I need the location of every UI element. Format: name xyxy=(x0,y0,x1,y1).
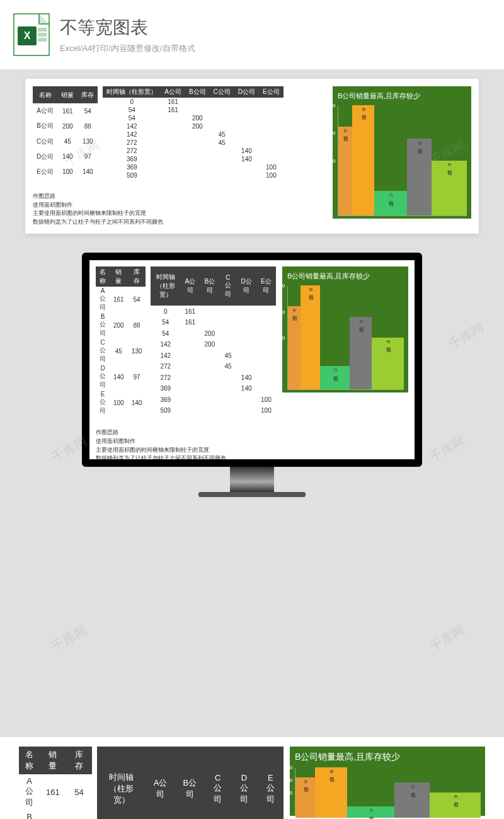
cell xyxy=(200,317,219,328)
cell: 140 xyxy=(234,155,259,163)
cell: 272 xyxy=(151,361,180,372)
cell xyxy=(234,130,259,139)
bar-chart: B公司销量最高,且库存较少 050100150200A公司B公司C公司D公司E公… xyxy=(282,266,408,392)
cell xyxy=(256,317,276,328)
y-tick: 150 xyxy=(284,777,292,783)
cell: 161 xyxy=(40,774,66,810)
table-row: 54161 xyxy=(151,317,276,328)
bar-A公司: A公司 xyxy=(338,127,352,215)
note-line: 数据错列是为了让柱子与柱子之间不同系列不同颜色 xyxy=(33,218,326,226)
summary-table: 名称销量库存A公司16154B公司20088C公司45130D公司14097E公… xyxy=(96,266,146,416)
bar-E公司: E公司 xyxy=(432,161,467,216)
cell: 100 xyxy=(259,163,284,171)
cell: 200 xyxy=(57,118,77,134)
cell: D公司 xyxy=(96,364,110,390)
cell xyxy=(185,147,210,155)
cell: 54 xyxy=(151,328,180,339)
table-row: 14245 xyxy=(151,350,276,361)
table-row: E公司100140 xyxy=(96,390,146,416)
bar-E公司: E公司 xyxy=(372,338,404,390)
cell: 140 xyxy=(77,164,98,180)
cell xyxy=(237,317,256,328)
col-header: 销量 xyxy=(40,747,66,774)
cell xyxy=(185,130,210,139)
cell: 54 xyxy=(151,317,180,328)
cell xyxy=(234,98,259,106)
cell: 369 xyxy=(151,383,180,394)
bar-label: A公司 xyxy=(341,129,348,132)
cell: C公司 xyxy=(96,338,110,364)
bar-label: B公司 xyxy=(328,770,335,773)
svg-rect-5 xyxy=(38,33,47,37)
chart-title: B公司销量最高,且库存较少 xyxy=(338,91,466,101)
col-header: 名称 xyxy=(96,266,110,287)
cell: 161 xyxy=(161,106,185,114)
cell xyxy=(256,350,276,361)
cell: 200 xyxy=(200,328,219,339)
cell xyxy=(200,383,219,394)
table-row: E公司100140 xyxy=(33,164,98,180)
excel-file-icon: X xyxy=(13,13,50,57)
bar-label: D公司 xyxy=(357,319,364,323)
y-tick: 200 xyxy=(284,765,292,770)
y-tick: 200 xyxy=(277,283,285,289)
svg-rect-6 xyxy=(38,38,47,42)
cell: 45 xyxy=(110,338,128,364)
cell xyxy=(237,328,256,339)
cell xyxy=(200,306,219,317)
cell: 45 xyxy=(219,350,236,361)
table-row: 142200 xyxy=(103,122,283,130)
col-header: A公司 xyxy=(180,266,200,306)
cell xyxy=(256,339,276,350)
cell: 100 xyxy=(259,171,284,180)
cell xyxy=(210,163,234,171)
table-row: 272140 xyxy=(103,147,283,155)
cell xyxy=(210,106,234,114)
table-row: 369140 xyxy=(151,383,276,394)
cell: 88 xyxy=(66,810,93,819)
watermark: 千库网 xyxy=(49,622,89,655)
cell xyxy=(259,98,284,106)
detail-table: 时间轴（柱形宽）A公司B公司C公司D公司E公司01615416154200142… xyxy=(103,86,283,180)
y-tick: 100 xyxy=(327,158,335,163)
detail-table: 时间轴（柱形宽）A公司B公司C公司D公司E公司01615416154200 xyxy=(97,747,284,819)
cell: E公司 xyxy=(96,390,110,416)
cell: 45 xyxy=(57,134,77,149)
bar-chart: B公司销量最高,且库存较少 050100150200A公司B公司C公司D公司E公… xyxy=(290,747,485,816)
table-row: 54200 xyxy=(151,328,276,339)
cell xyxy=(237,405,256,416)
cell xyxy=(180,350,200,361)
cell xyxy=(161,114,185,122)
cell xyxy=(219,306,236,317)
notes-block: 作图思路 使用面积图制作 主要使用面积图的时间横轴来限制柱子的宽度 数据错列是为… xyxy=(96,428,276,459)
cell xyxy=(210,147,234,155)
table-row: B公司20088 xyxy=(33,118,98,134)
bar-label: E公司 xyxy=(452,795,459,798)
cell: 140 xyxy=(57,149,77,164)
cell: 130 xyxy=(77,134,98,149)
table-row: D公司14097 xyxy=(33,149,98,164)
cell: 0 xyxy=(151,306,180,317)
preview-card-bottom: 名称销量库存A公司16154B公司20088C公司45130D公司14097 时… xyxy=(0,737,504,819)
cell: 54 xyxy=(103,106,161,114)
cell: 272 xyxy=(151,372,180,383)
col-header: C公司 xyxy=(219,266,236,306)
cell xyxy=(185,98,210,106)
cell xyxy=(259,139,284,147)
cell: 369 xyxy=(103,155,161,163)
bar-label: C公司 xyxy=(367,809,374,813)
table-row: B公司20088 xyxy=(96,312,146,338)
bar-D公司: D公司 xyxy=(350,317,372,390)
cell: 140 xyxy=(128,390,146,416)
bar-B公司: B公司 xyxy=(315,767,347,818)
cell xyxy=(256,306,276,317)
bar-label: E公司 xyxy=(445,163,452,166)
cell: 161 xyxy=(110,287,128,312)
watermark: 千库网 xyxy=(427,433,467,466)
table-row: C公司45130 xyxy=(96,338,146,364)
cell: 45 xyxy=(210,139,234,147)
cell: 509 xyxy=(151,405,180,416)
cell xyxy=(259,106,284,114)
cell xyxy=(185,155,210,163)
notes-block: 作图思路 使用面积图制作 主要使用面积图的时间横轴来限制柱子的宽度 数据错列是为… xyxy=(33,192,326,226)
